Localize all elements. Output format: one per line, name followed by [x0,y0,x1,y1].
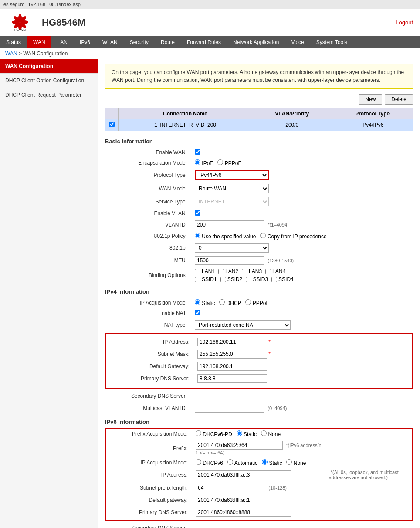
encap-ipoe-label[interactable]: IPoE [195,160,215,166]
delete-button[interactable]: Delete [385,94,413,105]
8021p-select[interactable]: 0 123 4567 [195,243,269,253]
new-button[interactable]: New [359,94,382,105]
subnet-prefix-hint: (10-128) [268,485,287,491]
ipv6-secondary-dns-label: Secondary DNS Server: [105,522,192,528]
lan3-label[interactable]: LAN3 [242,268,262,274]
sidebar-item-wan-config[interactable]: WAN Configuration [0,59,98,74]
ipv4-dhcp-label[interactable]: DHCP [219,300,242,306]
prefix-none-radio[interactable] [261,430,267,436]
wan-mode-select[interactable]: Route WAN Bridge WAN [195,184,269,193]
ssid3-checkbox[interactable] [246,277,251,282]
encap-ipoe-radio[interactable] [195,159,200,165]
ssid3-label[interactable]: SSID3 [246,276,268,282]
lan4-checkbox[interactable] [265,269,271,274]
subnet-prefix-row: Subnet prefix length: (10-128) [106,482,412,494]
ipv4-pppoe-label[interactable]: PPPoE [245,300,269,306]
lan1-label[interactable]: LAN1 [195,268,215,274]
nav-forward-rules[interactable]: Forward Rules [181,36,227,48]
copy-from-ip-radio[interactable] [260,233,266,238]
service-type-label: Service Type: [105,195,192,208]
sidebar-item-dhcp-request[interactable]: DHCP Client Request Parameter [0,88,98,102]
ssid1-label[interactable]: SSID1 [195,276,217,282]
dhcpv6-label[interactable]: DHCPv6 [196,460,224,466]
nav-network-app[interactable]: Network Application [227,36,285,48]
ssid4-checkbox[interactable] [271,277,277,282]
nav-route[interactable]: Route [155,36,181,48]
service-type-row: Service Type: INTERNET [105,195,413,208]
lan1-checkbox[interactable] [195,269,200,274]
enable-vlan-checkbox[interactable] [195,210,200,216]
default-gw-input[interactable] [196,496,291,504]
service-type-select[interactable]: INTERNET [195,197,269,206]
ipv4-dhcp-radio[interactable] [219,299,225,305]
sidebar-item-dhcp-option[interactable]: DHCP Client Option Configuration [0,74,98,88]
default-gateway-input[interactable] [197,362,267,371]
ipv6-static-radio[interactable] [262,459,268,465]
ipv6-primary-dns-input[interactable] [196,508,291,517]
enable-wan-checkbox[interactable] [195,149,200,155]
ssid2-label[interactable]: SSID2 [220,276,243,282]
row-checkbox[interactable] [109,122,115,127]
protocol-type-label: Protocol Type: [105,168,192,182]
prefix-static-label[interactable]: Static [237,431,258,437]
lan4-label[interactable]: LAN4 [265,268,285,274]
lan3-checkbox[interactable] [242,269,247,274]
ssid2-checkbox[interactable] [220,277,226,282]
ip-address-input[interactable] [197,338,267,346]
logo-area: HUAWEI [7,13,33,32]
nav-voice[interactable]: Voice [285,36,310,48]
ipv4-static-label[interactable]: Static [195,300,217,306]
use-specified-label[interactable]: Use the specified value [195,234,257,240]
lan2-checkbox[interactable] [218,269,224,274]
nav-status[interactable]: Status [0,36,27,48]
ipv4-pppoe-radio[interactable] [245,299,251,305]
nav-wan[interactable]: WAN [27,36,51,48]
ipv6-none-radio[interactable] [286,459,292,465]
prefix-static-radio[interactable] [237,430,242,436]
mtu-input[interactable] [195,256,264,265]
prefix-none-label[interactable]: None [261,431,281,437]
vlan-id-input[interactable] [195,220,264,229]
nav-ipv6[interactable]: IPv6 [74,36,96,48]
primary-dns-input[interactable] [197,374,267,383]
secondary-dns-input[interactable] [195,392,264,400]
subnet-mask-input[interactable] [197,350,267,359]
subnet-required: * [268,351,271,357]
nav-security[interactable]: Security [124,36,155,48]
use-specified-radio[interactable] [195,233,200,238]
logout-button[interactable]: Logout [396,19,413,26]
ipv6-prefix-input[interactable] [196,441,283,450]
conn-protocol: IPv4/IPv6 [332,119,413,131]
enable-wan-label: Enable WAN: [105,147,192,158]
vlan-id-hint: *(1–4094) [268,222,288,227]
nav-wlan[interactable]: WLAN [96,36,124,48]
ipv4-static-radio[interactable] [195,299,200,305]
dhcpv6-pd-label[interactable]: DHCPv6-PD [196,431,234,437]
auto-radio[interactable] [227,459,233,465]
ssid1-checkbox[interactable] [195,277,200,282]
ipv6-ip-address-input[interactable] [196,470,291,479]
auto-label[interactable]: Automatic [227,460,259,466]
table-row[interactable]: 1_INTERNET_R_VID_200 200/0 IPv4/IPv6 [105,119,413,131]
nat-type-select[interactable]: Port-restricted cone NAT Full cone NAT A… [195,320,291,330]
ipv6-red-box: Prefix Acquisition Mode: DHCPv6-PD Stati… [105,428,413,521]
ipv6-secondary-dns-input[interactable] [195,524,264,528]
nav-lan[interactable]: LAN [51,36,74,48]
dhcpv6-pd-radio[interactable] [196,430,201,436]
encap-pppoe-label[interactable]: PPPoE [217,160,241,166]
dhcpv6-radio[interactable] [196,459,201,465]
secondary-dns-label: Secondary DNS Server: [105,390,192,402]
protocol-type-select[interactable]: IPv4/IPv6 IPv4 IPv6 [195,170,269,180]
wan-mode-row: WAN Mode: Route WAN Bridge WAN [105,182,413,195]
subnet-prefix-input[interactable] [196,484,265,492]
copy-from-ip-label[interactable]: Copy from IP precedence [260,234,326,240]
lan2-label[interactable]: LAN2 [218,268,238,274]
encap-pppoe-radio[interactable] [217,159,223,165]
ipv6-none-label[interactable]: None [286,460,306,466]
enable-nat-checkbox[interactable] [195,310,200,315]
ssid4-label[interactable]: SSID4 [271,276,294,282]
nav-system-tools[interactable]: System Tools [310,36,353,48]
breadcrumb-root[interactable]: WAN [5,51,17,57]
multicast-vlan-input[interactable] [195,404,264,413]
ipv6-static-label[interactable]: Static [262,460,284,466]
